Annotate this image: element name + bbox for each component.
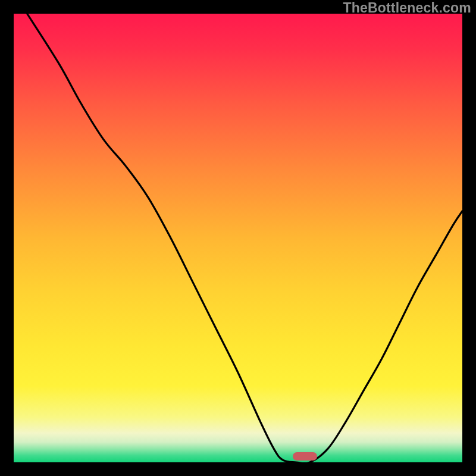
optimal-marker [293, 452, 317, 461]
plot-area [14, 14, 462, 462]
watermark-text: TheBottleneck.com [343, 0, 471, 16]
heat-gradient [14, 14, 462, 462]
svg-rect-0 [14, 14, 462, 462]
chart-stage: TheBottleneck.com [0, 0, 476, 476]
